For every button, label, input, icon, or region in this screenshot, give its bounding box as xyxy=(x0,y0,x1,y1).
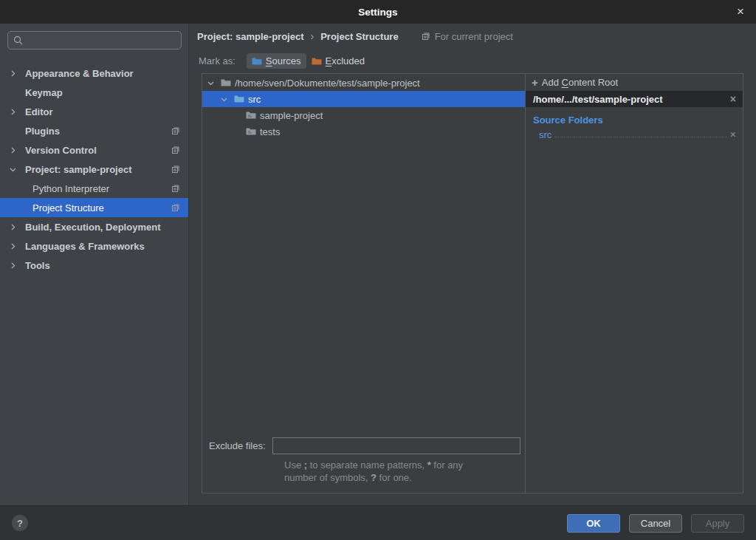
structure-panels: /home/sven/Dokumente/test/sample-project… xyxy=(202,73,743,493)
plus-icon: + xyxy=(532,76,538,89)
sources-label: Sources xyxy=(266,55,301,66)
window-title: Settings xyxy=(358,7,397,18)
add-content-root-button[interactable]: + Add Content Root xyxy=(526,74,743,91)
folder-icon xyxy=(246,127,256,136)
window-close-icon[interactable]: × xyxy=(732,0,749,24)
sidebar-item-label: Version Control xyxy=(25,145,97,156)
search-input[interactable] xyxy=(27,35,176,46)
cancel-button[interactable]: Cancel xyxy=(629,514,682,533)
tree-row-label: /home/sven/Dokumente/test/sample-project xyxy=(235,78,420,89)
sidebar-item-version-control[interactable]: Version Control xyxy=(0,140,188,160)
chevron-right-icon xyxy=(10,147,25,154)
chevron-right-icon xyxy=(10,224,25,230)
content-root-path: /home/.../test/sample-project xyxy=(533,94,663,105)
breadcrumb-separator: › xyxy=(311,30,315,42)
source-folder-name: src xyxy=(539,129,551,140)
sidebar-item-label: Python Interpreter xyxy=(32,183,109,194)
excluded-label: Excluded xyxy=(326,55,365,66)
mark-as-excluded-button[interactable]: Excluded xyxy=(306,53,370,69)
main-panel: Project: sample-project › Project Struct… xyxy=(189,24,756,505)
tree-row-label: tests xyxy=(260,126,280,137)
tree-row-sample-project[interactable]: sample-project xyxy=(202,107,525,123)
chevron-down-icon xyxy=(10,166,25,173)
sidebar-item-build-execution-deployment[interactable]: Build, Execution, Deployment xyxy=(0,217,188,236)
sidebar-item-python-interpreter[interactable]: Python Interpreter xyxy=(0,179,188,198)
sidebar-item-label: Build, Execution, Deployment xyxy=(25,222,160,233)
sidebar-item-appearance-behavior[interactable]: Appearance & Behavior xyxy=(0,64,188,83)
exclude-files-section: Exclude files: Use ; to separate name pa… xyxy=(202,433,525,493)
directory-tree: /home/sven/Dokumente/test/sample-project… xyxy=(202,74,525,433)
per-project-badge-icon xyxy=(171,184,180,193)
per-project-badge-icon xyxy=(171,126,180,135)
ok-button[interactable]: OK xyxy=(567,514,620,533)
sidebar-item-label: Keymap xyxy=(25,87,63,98)
sidebar-item-label: Languages & Frameworks xyxy=(25,241,145,252)
directory-tree-panel: /home/sven/Dokumente/test/sample-project… xyxy=(202,74,526,493)
sidebar-item-editor[interactable]: Editor xyxy=(0,102,188,121)
breadcrumb-project[interactable]: Project: sample-project xyxy=(197,31,304,42)
content-roots-panel: + Add Content Root /home/.../test/sample… xyxy=(526,74,743,493)
chevron-right-icon xyxy=(10,109,25,115)
exclude-files-input[interactable] xyxy=(272,437,520,454)
tree-row-label: sample-project xyxy=(260,110,323,121)
tree-row-tests[interactable]: tests xyxy=(202,123,525,140)
sidebar-item-label: Appearance & Behavior xyxy=(25,68,134,79)
source-folder-item[interactable]: src × xyxy=(526,126,743,140)
search-icon xyxy=(13,35,23,45)
dotted-leader xyxy=(554,137,726,137)
dialog-footer: ? OK Cancel Apply xyxy=(0,505,756,540)
sidebar-item-project-structure[interactable]: Project Structure xyxy=(0,198,188,217)
per-project-badge-icon xyxy=(171,165,180,174)
sidebar-item-label: Project Structure xyxy=(32,202,104,213)
mark-as-sources-button[interactable]: Sources xyxy=(247,53,306,69)
sources-folder-icon xyxy=(252,57,262,66)
source-folder-icon xyxy=(234,95,244,103)
settings-dialog: Settings × Appearance & Behavior Keymap xyxy=(0,0,756,540)
chevron-down-icon[interactable] xyxy=(221,96,227,103)
folder-icon xyxy=(246,111,256,120)
content-root-item[interactable]: /home/.../test/sample-project × xyxy=(526,91,743,107)
per-project-badge-icon xyxy=(171,203,180,212)
sidebar-item-label: Editor xyxy=(25,106,53,117)
search-box[interactable] xyxy=(7,31,182,49)
sidebar-item-project[interactable]: Project: sample-project xyxy=(0,160,188,179)
chevron-right-icon xyxy=(10,70,25,77)
sidebar-item-label: Tools xyxy=(25,260,50,271)
remove-content-root-icon[interactable]: × xyxy=(730,93,736,105)
remove-source-folder-icon[interactable]: × xyxy=(730,129,736,140)
sidebar-item-tools[interactable]: Tools xyxy=(0,256,188,275)
tree-row-label: src xyxy=(248,94,261,105)
scope-label: For current project xyxy=(435,31,513,42)
breadcrumb: Project: sample-project › Project Struct… xyxy=(189,24,756,49)
sidebar-item-keymap[interactable]: Keymap xyxy=(0,83,188,102)
per-project-badge-icon xyxy=(422,32,430,41)
tree-row-content-root[interactable]: /home/sven/Dokumente/test/sample-project xyxy=(202,75,525,91)
titlebar: Settings × xyxy=(0,0,756,24)
chevron-down-icon[interactable] xyxy=(207,80,214,86)
mark-as-label: Mark as: xyxy=(199,55,236,66)
excluded-folder-icon xyxy=(312,57,322,66)
add-content-root-label: Add Content Root xyxy=(542,77,618,88)
sidebar-item-languages-frameworks[interactable]: Languages & Frameworks xyxy=(0,236,188,256)
exclude-files-hint: Use ; to separate name patterns, * for a… xyxy=(284,459,520,484)
help-button[interactable]: ? xyxy=(12,515,28,531)
sidebar-nav: Appearance & Behavior Keymap Editor Plug… xyxy=(0,64,188,275)
chevron-right-icon xyxy=(10,262,25,269)
folder-icon xyxy=(221,78,231,87)
breadcrumb-page: Project Structure xyxy=(320,31,398,42)
exclude-files-label: Exclude files: xyxy=(209,440,266,451)
sidebar-item-plugins[interactable]: Plugins xyxy=(0,121,188,140)
per-project-badge-icon xyxy=(171,146,180,154)
mark-as-toolbar: Mark as: Sources Excluded xyxy=(189,49,756,73)
apply-button[interactable]: Apply xyxy=(691,514,744,533)
settings-sidebar: Appearance & Behavior Keymap Editor Plug… xyxy=(0,24,189,505)
source-folders-heading: Source Folders xyxy=(526,107,743,126)
chevron-right-icon xyxy=(10,243,25,250)
scope-indicator: For current project xyxy=(422,31,513,42)
tree-row-src[interactable]: src xyxy=(202,91,525,107)
sidebar-item-label: Project: sample-project xyxy=(25,164,132,175)
sidebar-item-label: Plugins xyxy=(25,126,60,137)
